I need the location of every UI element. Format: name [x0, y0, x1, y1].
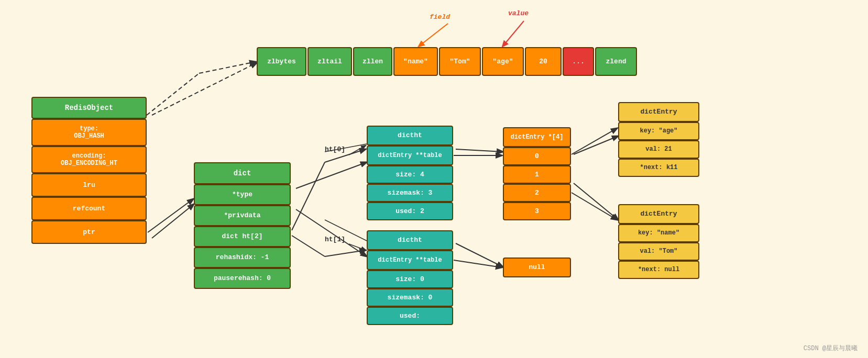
ziplist-zlbytes: zlbytes	[257, 47, 306, 76]
redis-object-refcount: refcount	[31, 197, 147, 220]
dictht1-sizemask: sizemask: 0	[367, 288, 453, 307]
dict-rehashidx: rehashidx: -1	[194, 247, 291, 268]
svg-line-10	[419, 24, 448, 46]
svg-line-2	[296, 162, 367, 188]
field-annotation: field	[430, 13, 450, 21]
diagram: zlbytes zltail zllen "name" "Tom" "age" …	[0, 0, 868, 358]
dictht0-used: used: 2	[367, 202, 453, 220]
svg-line-13	[199, 62, 256, 73]
dictentry-array-3: 3	[503, 202, 571, 220]
svg-line-12	[147, 73, 199, 115]
ziplist-dots: ...	[563, 47, 594, 76]
redis-object-lru: lru	[31, 173, 147, 197]
value-annotation: value	[508, 9, 529, 17]
ziplist-zltail: zltail	[307, 47, 352, 76]
dict-pauserehash: pauserehash: 0	[194, 268, 291, 289]
svg-line-0	[152, 63, 257, 115]
dictentry2-title: dictEntry	[618, 204, 699, 224]
svg-line-22	[572, 193, 617, 220]
dictentry-array-1: 1	[503, 165, 571, 184]
ziplist-age: "age"	[482, 47, 524, 76]
dictht0-title: dictht	[367, 126, 453, 146]
ziplist-tom: "Tom"	[439, 47, 481, 76]
dict-privdata: *privdata	[194, 205, 291, 226]
svg-line-20	[454, 260, 502, 267]
dictht0-sizemask: sizemask: 3	[367, 184, 453, 202]
dictentry-array-title: dictEntry *[4]	[503, 127, 571, 147]
svg-line-6	[574, 136, 618, 154]
ziplist-name: "name"	[393, 47, 438, 76]
dict-title: dict	[194, 162, 291, 184]
svg-line-4	[456, 149, 503, 152]
dictht0-size: size: 4	[367, 165, 453, 184]
ziplist-zllen: zllen	[353, 47, 392, 76]
redis-object-title: RedisObject	[31, 97, 147, 119]
dictht1-table: dictEntry **table	[367, 250, 453, 270]
svg-line-5	[456, 243, 503, 267]
svg-line-21	[572, 128, 617, 154]
svg-line-1	[152, 204, 194, 238]
dictht1-size: size: 0	[367, 270, 453, 288]
svg-line-14	[148, 199, 193, 232]
dictht1-title: dictht	[367, 230, 453, 250]
svg-line-11	[503, 21, 524, 46]
dictentry2-next: *next: null	[618, 261, 699, 279]
dictht1-used: used:	[367, 307, 453, 325]
ht1-label: ht[1]	[325, 236, 345, 243]
redis-object-encoding: encoding: OBJ_ENCODING_HT	[31, 146, 147, 173]
dictht0-table: dictEntry **table	[367, 146, 453, 165]
dictentry1-val: val: 21	[618, 140, 699, 159]
redis-object-ptr: ptr	[31, 220, 147, 244]
redis-object-type: type: OBJ_HASH	[31, 119, 147, 146]
dictentry-array-0: 0	[503, 147, 571, 165]
watermark: CSDN @星辰与晨曦	[804, 344, 858, 353]
svg-line-17	[292, 236, 325, 256]
dictentry1-key: key: "age"	[618, 122, 699, 140]
svg-line-18	[325, 250, 366, 256]
dict-ht2: dict ht[2]	[194, 226, 291, 247]
dictentry-array-2: 2	[503, 184, 571, 202]
svg-line-15	[292, 162, 325, 230]
dictentry1-title: dictEntry	[618, 102, 699, 122]
null-box: null	[503, 258, 571, 277]
dictentry2-key: key: "name"	[618, 224, 699, 242]
ht0-label: ht[0]	[325, 146, 345, 153]
ziplist-20: 20	[525, 47, 562, 76]
dictentry2-val: val: "Tom"	[618, 242, 699, 261]
svg-line-3	[296, 209, 367, 256]
svg-line-24	[349, 244, 366, 250]
dict-type: *type	[194, 184, 291, 205]
dictentry1-next: *next: k11	[618, 159, 699, 177]
svg-line-7	[574, 183, 618, 220]
ziplist-zlend: zlend	[595, 47, 637, 76]
svg-line-23	[349, 146, 366, 155]
